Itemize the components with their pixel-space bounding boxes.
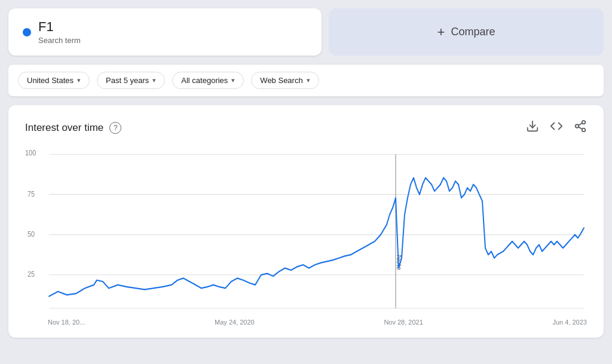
chart-header: Interest over time ? <box>25 120 587 136</box>
time-chevron-icon: ▾ <box>152 77 156 84</box>
x-label-2021: Nov 28, 2021 <box>384 319 423 326</box>
svg-line-5 <box>579 123 582 126</box>
filter-bar: United States ▾ Past 5 years ▾ All categ… <box>8 64 604 97</box>
categories-chevron-icon: ▾ <box>231 77 235 84</box>
svg-line-4 <box>579 127 582 130</box>
chart-actions <box>526 120 587 136</box>
search-type-filter-button[interactable]: Web Search ▾ <box>251 72 319 89</box>
chart-title-group: Interest over time ? <box>25 122 121 134</box>
trend-chart: 100 75 50 25 Note <box>25 148 587 315</box>
download-icon[interactable] <box>526 120 539 136</box>
compare-card[interactable]: + Compare <box>329 8 604 56</box>
chart-title: Interest over time <box>25 122 103 134</box>
region-filter-button[interactable]: United States ▾ <box>18 72 90 89</box>
y-label-100: 100 <box>25 149 36 157</box>
compare-label: Compare <box>451 26 495 38</box>
chart-wrapper: 100 75 50 25 Note <box>25 148 587 315</box>
x-axis-labels: Nov 18, 20... May 24, 2020 Nov 28, 2021 … <box>25 315 587 326</box>
x-label-start: Nov 18, 20... <box>48 319 85 326</box>
y-label-25: 25 <box>27 270 35 279</box>
time-filter-label: Past 5 years <box>106 76 149 85</box>
categories-filter-button[interactable]: All categories ▾ <box>172 72 244 89</box>
x-label-2023: Jun 4, 2023 <box>552 319 587 326</box>
help-icon[interactable]: ? <box>109 122 121 134</box>
region-chevron-icon: ▾ <box>77 77 81 84</box>
time-filter-button[interactable]: Past 5 years ▾ <box>97 72 165 89</box>
search-term-card: F1 Search term <box>8 8 322 56</box>
categories-filter-label: All categories <box>181 76 228 85</box>
share-icon[interactable] <box>574 120 587 136</box>
interest-line <box>49 178 584 296</box>
search-type-chevron-icon: ▾ <box>307 77 310 84</box>
search-term-dot <box>23 28 31 36</box>
x-label-2020: May 24, 2020 <box>215 319 255 326</box>
compare-plus: + <box>437 25 445 40</box>
y-label-50: 50 <box>27 230 35 238</box>
region-filter-label: United States <box>27 76 74 85</box>
search-term-label: F1 <box>38 19 81 35</box>
y-label-75: 75 <box>27 190 35 198</box>
code-icon[interactable] <box>550 120 563 136</box>
chart-section: Interest over time ? <box>8 105 604 338</box>
search-term-text: F1 Search term <box>38 19 81 45</box>
top-section: F1 Search term + Compare <box>0 0 612 64</box>
search-term-subtitle: Search term <box>38 36 81 45</box>
search-type-filter-label: Web Search <box>260 76 302 85</box>
